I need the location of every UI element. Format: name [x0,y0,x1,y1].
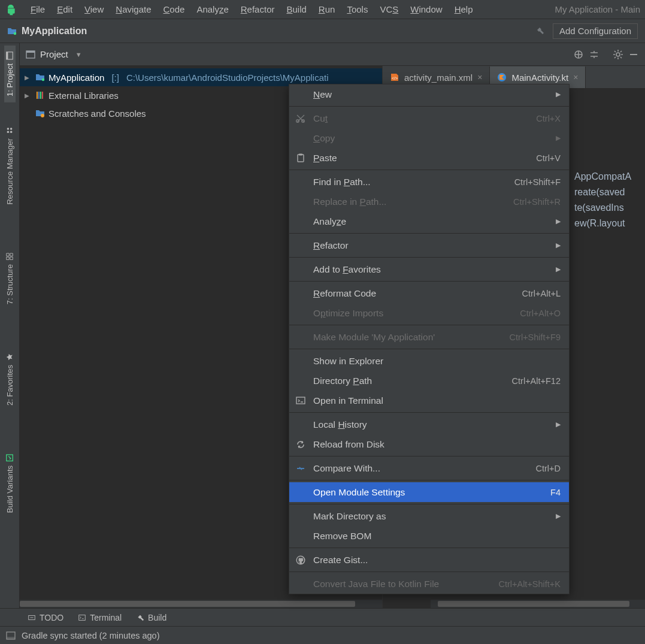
menu-bar: FileEditViewNavigateCodeAnalyzeRefactorB… [0,0,645,19]
menu-item-directory-path[interactable]: Directory PathCtrl+Alt+F12 [289,371,569,391]
menu-item-label: Compare With... [313,463,380,474]
code-text: reate(saved [574,185,645,200]
menu-help[interactable]: Help [449,2,479,17]
menu-edit[interactable]: Edit [52,2,78,17]
file-icon [497,72,507,82]
context-menu[interactable]: New▶CutCtrl+XCopy▶PasteCtrl+VFind in Pat… [289,84,570,594]
menu-item-open-in-terminal[interactable]: Open in Terminal [289,391,569,410]
menu-item-optimize-imports: Optimize ImportsCtrl+Alt+O [289,303,569,323]
svg-rect-14 [38,92,40,99]
menu-item-add-to-favorites[interactable]: Add to Favorites▶ [289,259,569,279]
menu-shortcut: Ctrl+Alt+O [520,309,561,318]
menu-code[interactable]: Code [158,2,190,17]
menu-separator [289,325,569,325]
menu-item-label: Directory Path [313,376,372,386]
menu-item-label: Create Gist... [313,555,368,566]
left-tab-label: Build Variants [5,465,14,513]
bottom-tool-tabs: TODOTerminalBuild [0,608,645,626]
menu-item-label: Paste [313,153,337,164]
menu-file[interactable]: File [25,2,50,17]
menu-separator [289,548,569,548]
menu-item-compare-with[interactable]: Compare With...Ctrl+D [289,458,569,478]
left-tab-icon [5,453,14,462]
menu-item-reformat-code[interactable]: Reformat CodeCtrl+Alt+L [289,283,569,303]
submenu-arrow-icon: ▶ [556,512,561,520]
editor-horizontal-scrollbar[interactable] [431,600,645,608]
menu-item-create-gist[interactable]: Create Gist... [289,550,569,570]
left-tab-1-project[interactable]: 1: Project [4,46,16,102]
menu-window[interactable]: Window [405,2,447,17]
menu-item-label: Convert Java File to Kotlin File [313,579,439,589]
menu-separator [289,572,569,572]
menu-item-label: Reload from Disk [313,439,384,450]
menu-item-reload-from-disk[interactable]: Reload from Disk [289,434,569,454]
collapse-all-icon[interactable] [589,49,599,60]
run-configuration-combo[interactable]: Add Configuration [553,23,638,39]
project-tool-header: Project ▼ [20,43,645,66]
menu-item-label: Mark Directory as [313,511,386,522]
scrollbar-thumb[interactable] [438,601,629,607]
status-icon[interactable] [6,631,16,640]
menu-vcs[interactable]: VCS [374,2,404,17]
horizontal-scrollbar[interactable] [20,600,382,608]
menu-tools[interactable]: Tools [341,2,373,17]
expand-arrow-icon[interactable] [25,74,32,81]
bottom-tab-todo[interactable]: TODO [28,613,63,622]
menu-navigate[interactable]: Navigate [110,2,156,17]
select-opened-file-icon[interactable] [573,49,584,60]
menu-shortcut: Ctrl+Alt+F12 [512,376,561,386]
menu-item-mark-directory-as[interactable]: Mark Directory as▶ [289,506,569,526]
menu-item-analyze[interactable]: Analyze▶ [289,211,569,231]
menu-build[interactable]: Build [281,2,311,17]
menu-item-copy: Copy▶ [289,128,569,148]
left-tab-label: 2: Favorites [5,365,14,406]
code-text: ew(R.layout [574,216,645,231]
svg-text:</>: </> [392,76,398,80]
left-tab-icon [5,353,14,361]
hide-tool-icon[interactable] [628,49,639,60]
left-tab-build-variants[interactable]: Build Variants [4,448,16,519]
scrollbar-thumb[interactable] [20,601,355,607]
bottom-tab-label: Terminal [90,613,122,622]
menu-item-label: Replace in Path... [313,196,386,207]
menu-separator [289,480,569,480]
left-tab-label: 7: Structure [5,264,14,304]
menu-item-find-in-path[interactable]: Find in Path...Ctrl+Shift+F [289,172,569,192]
menu-item-refactor[interactable]: Refactor▶ [289,235,569,255]
code-text: te(savedIns [574,200,645,216]
left-tab-2-favorites[interactable]: 2: Favorites [4,347,16,412]
project-view-label[interactable]: Project [40,49,68,59]
left-tab-resource-manager[interactable]: Resource Manager [4,120,16,211]
menu-separator [289,233,569,234]
menu-item-open-module-settings[interactable]: Open Module SettingsF4 [289,482,569,502]
status-text: Gradle sync started (2 minutes ago) [22,631,160,640]
menu-refactor[interactable]: Refactor [235,2,280,17]
expand-arrow-icon[interactable] [25,92,32,99]
menu-view[interactable]: View [79,2,109,17]
menu-analyze[interactable]: Analyze [191,2,234,17]
menu-run[interactable]: Run [313,2,341,17]
menu-item-make-module-my-application: Make Module 'My Application'Ctrl+Shift+F… [289,327,569,347]
menu-item-local-history[interactable]: Local History▶ [289,415,569,434]
chevron-down-icon[interactable]: ▼ [75,51,82,58]
menu-item-paste[interactable]: PasteCtrl+V [289,148,569,168]
menu-item-new[interactable]: New▶ [289,84,569,104]
close-tab-icon[interactable]: × [477,72,482,82]
menu-shortcut: Ctrl+X [536,114,561,123]
close-tab-icon[interactable]: × [573,72,578,82]
submenu-arrow-icon: ▶ [556,265,561,273]
bottom-tab-build[interactable]: Build [136,613,166,622]
left-tab-7-structure[interactable]: 7: Structure [4,246,16,310]
menu-item-show-in-explorer[interactable]: Show in Explorer [289,351,569,371]
paste-icon [295,153,306,164]
tree-label: External Libraries [49,90,119,101]
bottom-tab-icon [78,613,86,622]
menu-item-label: Open in Terminal [313,395,383,406]
settings-icon[interactable] [613,49,623,60]
breadcrumb-project[interactable]: MyApplication [22,26,87,37]
editor-tab-label: activity_main.xml [404,72,473,83]
build-icon[interactable] [535,26,546,37]
bottom-tab-terminal[interactable]: Terminal [78,613,122,622]
menu-shortcut: Ctrl+Alt+L [522,289,561,298]
menu-item-remove-bom[interactable]: Remove BOM [289,526,569,546]
